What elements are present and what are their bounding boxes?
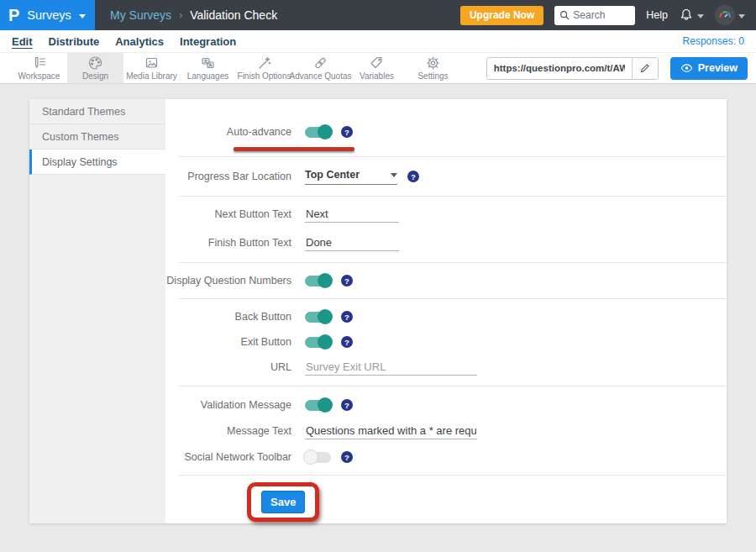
questionpro-logo-icon: P (8, 7, 19, 24)
finish-button-text-label: Finish Button Text (208, 237, 291, 249)
back-button-label: Back Button (235, 311, 291, 323)
help-icon[interactable] (341, 311, 353, 323)
display-settings-form: Auto-advance Progress Bar Location (165, 99, 727, 523)
breadcrumb-current: Validation Check (190, 8, 277, 22)
product-label: Surveys (27, 8, 71, 22)
preview-label: Preview (698, 62, 738, 74)
breadcrumb-parent-link[interactable]: My Surveys (110, 8, 171, 22)
design-icon (87, 55, 103, 71)
advance-quotas-icon (312, 55, 328, 71)
chevron-down-icon (738, 14, 745, 18)
section-navigation-buttons: Back Button Exit Button (165, 299, 727, 386)
chevron-down-icon (697, 14, 704, 18)
content-area: Standard Themes Custom Themes Display Se… (0, 84, 756, 523)
social-network-toolbar-label: Social Network Toolbar (184, 451, 291, 463)
message-text-label: Message Text (227, 425, 291, 437)
toolbar-item-finish-options[interactable]: Finish Options (236, 53, 292, 83)
account-menu[interactable] (715, 5, 745, 25)
section-save: Save (165, 476, 727, 528)
tab-edit[interactable]: Edit (12, 35, 33, 48)
toolbar-item-label: Variables (360, 71, 394, 81)
section-progress-bar: Progress Bar Location Top Center (165, 157, 727, 196)
eye-icon (680, 63, 693, 73)
section-button-text: Next Button Text Finish Button Text (165, 197, 727, 262)
auto-advance-toggle[interactable] (305, 127, 331, 138)
help-icon[interactable] (341, 336, 353, 348)
url-label: URL (270, 361, 291, 373)
next-button-text-input[interactable] (305, 206, 399, 223)
tab-integration[interactable]: Integration (180, 35, 236, 48)
survey-url-input[interactable] (487, 58, 632, 79)
help-icon[interactable] (341, 275, 353, 287)
sidebar-item-standard-themes[interactable]: Standard Themes (29, 99, 165, 124)
toolbar-item-label: Workspace (18, 71, 60, 81)
save-button[interactable]: Save (261, 491, 305, 513)
toolbar-item-label: Languages (187, 71, 229, 81)
tab-distribute[interactable]: Distribute (49, 35, 100, 48)
app-window: P Surveys My Surveys › Validation Check … (0, 0, 756, 552)
help-icon[interactable] (341, 399, 353, 411)
finish-options-icon (256, 55, 272, 71)
survey-url-group (486, 57, 659, 80)
survey-nav: Edit Distribute Analytics Integration Re… (0, 30, 756, 53)
validation-message-toggle[interactable] (305, 400, 331, 411)
breadcrumb: My Surveys › Validation Check (110, 8, 277, 22)
display-question-numbers-label: Display Question Numbers (166, 275, 291, 287)
breadcrumb-separator: › (179, 9, 182, 21)
responses-count: Responses: 0 (683, 35, 744, 47)
toolbar-item-label: Finish Options (238, 71, 291, 81)
notifications-button[interactable] (679, 8, 704, 23)
toolbar-item-workspace[interactable]: Workspace (11, 53, 67, 83)
progress-bar-location-select[interactable]: Top Center (305, 169, 397, 185)
toolbar-item-languages[interactable]: Languages (180, 53, 236, 83)
toolbar-item-settings[interactable]: Settings (405, 53, 461, 83)
variables-icon (369, 55, 385, 71)
workspace-icon (31, 55, 47, 71)
pencil-icon (639, 63, 650, 74)
message-text-input[interactable] (305, 423, 477, 439)
next-button-text-label: Next Button Text (215, 208, 292, 220)
edit-toolbar: Workspace Design Media Library Languages… (0, 53, 756, 84)
search-input[interactable] (573, 9, 630, 21)
finish-button-text-input[interactable] (305, 234, 399, 251)
languages-icon (200, 55, 216, 71)
toolbar-item-design[interactable]: Design (67, 53, 123, 83)
toolbar-right: Preview (486, 53, 756, 83)
toolbar-item-advance-quotas[interactable]: Advance Quotas (292, 53, 349, 83)
toolbar-item-variables[interactable]: Variables (349, 53, 405, 83)
preview-button[interactable]: Preview (670, 57, 748, 80)
toolbar-item-label: Advance Quotas (290, 71, 352, 81)
exit-button-label: Exit Button (241, 336, 291, 348)
avatar (715, 5, 735, 25)
help-icon[interactable] (407, 171, 419, 182)
sidebar-item-display-settings[interactable]: Display Settings (29, 150, 165, 175)
avatar-gauge-icon (715, 5, 735, 25)
top-header: P Surveys My Surveys › Validation Check … (0, 0, 756, 30)
exit-button-toggle[interactable] (305, 337, 331, 348)
toolbar-item-label: Media Library (126, 71, 177, 81)
chevron-down-icon (391, 173, 397, 177)
toolbar-item-label: Settings (417, 71, 448, 81)
survey-exit-url-input[interactable] (305, 359, 477, 376)
toolbar-item-label: Design (82, 71, 108, 81)
sidebar-item-custom-themes[interactable]: Custom Themes (29, 124, 165, 150)
upgrade-now-button[interactable]: Upgrade Now (460, 6, 543, 25)
edit-url-button[interactable] (632, 58, 658, 79)
help-link[interactable]: Help (646, 9, 668, 21)
product-switcher[interactable]: P Surveys (0, 0, 95, 30)
section-validation: Validation Message Message Text Soc (165, 386, 727, 475)
help-icon[interactable] (341, 126, 353, 138)
validation-message-label: Validation Message (201, 399, 291, 411)
progress-bar-location-value: Top Center (305, 169, 360, 181)
social-network-toolbar-toggle[interactable] (305, 452, 331, 463)
progress-bar-location-label: Progress Bar Location (187, 171, 291, 182)
auto-advance-label: Auto-advance (227, 126, 291, 138)
toolbar-item-media-library[interactable]: Media Library (123, 53, 180, 83)
help-icon[interactable] (341, 451, 353, 463)
section-auto-advance: Auto-advance (165, 99, 727, 156)
tab-analytics[interactable]: Analytics (115, 35, 164, 48)
search-icon (559, 10, 570, 20)
back-button-toggle[interactable] (305, 312, 331, 323)
display-question-numbers-toggle[interactable] (305, 276, 331, 287)
section-question-numbers: Display Question Numbers (165, 263, 727, 298)
